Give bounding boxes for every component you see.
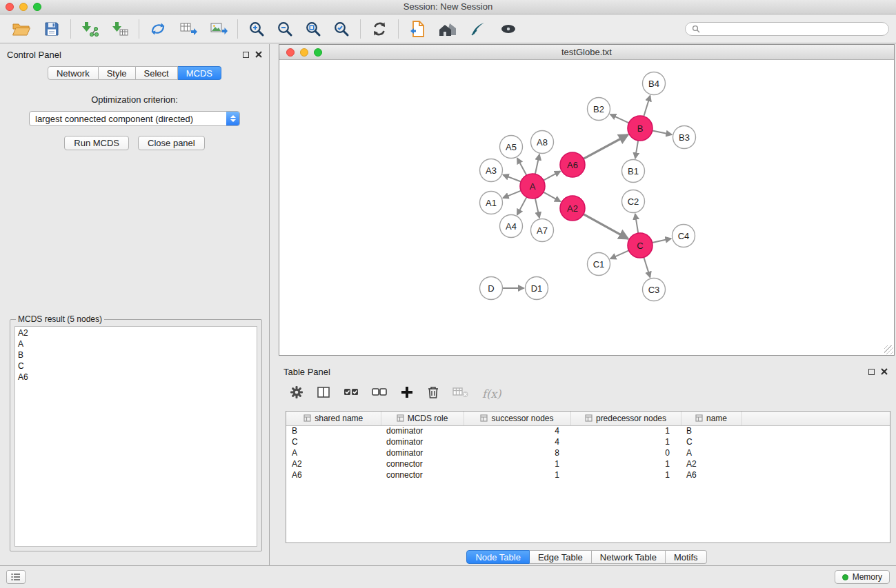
graph-edge-A-A4[interactable] <box>517 197 527 215</box>
float-table-panel-icon[interactable] <box>868 369 875 375</box>
add-column-button[interactable] <box>400 385 414 402</box>
graph-edge-A-A3[interactable] <box>503 175 521 182</box>
tab-mcds[interactable]: MCDS <box>178 66 221 80</box>
tab-motifs[interactable]: Motifs <box>666 550 707 564</box>
graph-node-B3[interactable]: B3 <box>673 126 696 149</box>
graph-node-C1[interactable]: C1 <box>588 253 610 276</box>
table-row[interactable]: A6connector11A6 <box>286 469 890 480</box>
function-builder-button[interactable]: f(x) <box>482 387 501 401</box>
table-row[interactable]: A2connector11A2 <box>286 458 890 469</box>
zoom-window-button[interactable] <box>33 3 41 11</box>
zoom-out-button[interactable] <box>272 17 298 41</box>
zoom-selected-button[interactable] <box>328 17 355 41</box>
column-header-successor-nodes[interactable]: successor nodes <box>464 412 570 425</box>
task-history-button[interactable] <box>6 570 26 584</box>
open-file-button[interactable] <box>8 17 34 41</box>
graph-edge-A-A1[interactable] <box>503 191 521 198</box>
tab-network-table[interactable]: Network Table <box>592 550 666 564</box>
graph-edge-A6-B[interactable] <box>584 135 628 159</box>
zoom-in-button[interactable] <box>243 17 270 41</box>
network-close-button[interactable] <box>286 48 295 57</box>
tab-network[interactable]: Network <box>48 66 99 80</box>
tab-node-table[interactable]: Node Table <box>466 550 530 564</box>
graph-edge-A-A2[interactable] <box>544 192 561 202</box>
toggle-visibility-button[interactable] <box>495 17 521 41</box>
result-item[interactable]: B <box>15 349 257 361</box>
graph-edge-A-A5[interactable] <box>517 158 527 175</box>
save-session-button[interactable] <box>39 17 65 41</box>
result-item[interactable]: A <box>15 338 257 349</box>
apply-layout-button[interactable] <box>366 17 392 41</box>
minimize-window-button[interactable] <box>19 3 28 11</box>
graph-node-B4[interactable]: B4 <box>643 72 666 95</box>
graph-edge-B-B2[interactable] <box>610 114 629 123</box>
column-header-shared-name[interactable]: shared name <box>286 412 381 425</box>
result-item[interactable]: A2 <box>15 327 257 338</box>
optimization-select[interactable]: largest connected component (directed) <box>29 111 240 126</box>
network-canvas[interactable]: B4B2BB3A5A8A6B1A3AC2A1A2A4A7C4CC1C3DD1 <box>279 61 894 355</box>
graph-node-B[interactable]: B <box>628 116 653 141</box>
graph-edge-B-B4[interactable] <box>644 96 650 116</box>
graph-node-A[interactable]: A <box>520 174 545 199</box>
network-graph[interactable]: B4B2BB3A5A8A6B1A3AC2A1A2A4A7C4CC1C3DD1 <box>279 61 894 356</box>
tab-style[interactable]: Style <box>99 66 136 80</box>
close-panel-icon[interactable] <box>255 51 262 58</box>
graph-node-B2[interactable]: B2 <box>588 98 610 121</box>
table-row[interactable]: Cdominator41C <box>286 436 890 447</box>
deselect-all-button[interactable] <box>372 385 387 402</box>
graph-node-C[interactable]: C <box>628 233 653 258</box>
network-zoom-button[interactable] <box>314 48 322 57</box>
graph-node-A3[interactable]: A3 <box>480 159 503 182</box>
column-header-name[interactable]: name <box>681 412 741 425</box>
network-share-button[interactable] <box>145 17 171 41</box>
import-network-button[interactable] <box>77 17 103 41</box>
result-item[interactable]: C <box>15 361 257 372</box>
graph-node-A2[interactable]: A2 <box>560 196 585 221</box>
close-table-panel-icon[interactable] <box>881 368 888 375</box>
graph-edge-C-C3[interactable] <box>644 257 650 277</box>
graph-node-D[interactable]: D <box>480 277 503 300</box>
open-document-button[interactable] <box>404 17 430 41</box>
close-panel-button[interactable]: Close panel <box>138 136 205 150</box>
delete-column-button[interactable] <box>427 385 439 402</box>
tab-select[interactable]: Select <box>136 66 178 80</box>
graph-node-C4[interactable]: C4 <box>673 225 695 247</box>
apply-style-button[interactable] <box>465 17 491 41</box>
column-header-predecessor-nodes[interactable]: predecessor nodes <box>570 412 681 425</box>
graph-edge-A-A7[interactable] <box>535 199 539 218</box>
graph-node-A5[interactable]: A5 <box>500 136 523 159</box>
graph-node-D1[interactable]: D1 <box>526 277 548 300</box>
table-row[interactable]: Bdominator41B <box>286 425 890 436</box>
home-view-button[interactable] <box>435 17 461 41</box>
memory-button[interactable]: Memory <box>835 570 890 584</box>
export-table-button[interactable] <box>175 17 201 41</box>
resize-grip[interactable] <box>884 345 893 354</box>
import-table-button[interactable] <box>107 17 133 41</box>
graph-node-A8[interactable]: A8 <box>531 131 554 154</box>
search-input[interactable] <box>704 24 882 34</box>
graph-edge-A-A8[interactable] <box>535 154 539 174</box>
graph-node-C2[interactable]: C2 <box>622 190 645 213</box>
graph-node-A6[interactable]: A6 <box>560 152 585 177</box>
graph-edge-A2-C[interactable] <box>584 214 628 239</box>
search-field[interactable] <box>685 22 889 36</box>
network-minimize-button[interactable] <box>300 48 308 57</box>
show-columns-button[interactable] <box>317 385 330 402</box>
graph-edge-C-C4[interactable] <box>653 239 671 243</box>
zoom-fit-button[interactable] <box>300 17 326 41</box>
table-row[interactable]: Adominator80A <box>286 447 890 458</box>
graph-node-B1[interactable]: B1 <box>622 160 645 183</box>
result-item[interactable]: A6 <box>15 372 257 383</box>
tab-edge-table[interactable]: Edge Table <box>530 550 592 564</box>
mcds-result-list[interactable]: A2ABCA6 <box>14 326 257 547</box>
close-window-button[interactable] <box>6 3 14 11</box>
column-header-mcds-role[interactable]: MCDS role <box>381 412 464 425</box>
run-mcds-button[interactable]: Run MCDS <box>64 136 129 150</box>
graph-node-A4[interactable]: A4 <box>500 215 523 238</box>
graph-edge-B-B1[interactable] <box>635 141 638 159</box>
table-settings-button[interactable] <box>290 385 303 402</box>
graph-edge-B-B3[interactable] <box>653 131 672 135</box>
graph-node-A7[interactable]: A7 <box>531 219 554 242</box>
graph-edge-A-A6[interactable] <box>544 171 560 180</box>
select-all-button[interactable] <box>344 385 359 402</box>
